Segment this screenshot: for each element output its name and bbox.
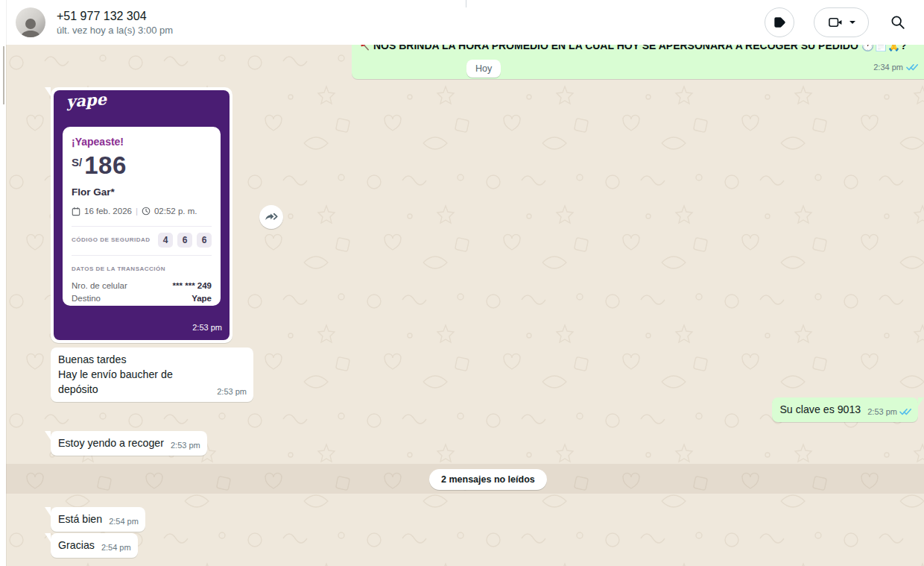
message-text: Buenas tardes Hay le envío baucher de de…	[58, 352, 210, 397]
message-text: Su clave es 9013	[779, 402, 861, 417]
announcement-meta: 2:34 pm	[359, 60, 923, 75]
header-actions	[765, 7, 908, 37]
yape-headline: ¡Yapeaste!	[72, 134, 212, 149]
clock-icon	[142, 207, 151, 216]
pushpin-icon	[359, 45, 370, 51]
video-call-icon	[827, 14, 844, 31]
chat-scroll-area[interactable]: NOS BRINDA LA HORA PROMEDIO EN LA CUAL H…	[0, 45, 924, 566]
amount-value: 186	[84, 152, 127, 179]
transaction-datetime: 16 feb. 2026 | 02:52 p. m.	[72, 204, 212, 218]
message-time: 2:53 pm	[171, 438, 200, 453]
transaction-time: 02:52 p. m.	[154, 204, 197, 218]
avatar-silhouette	[18, 16, 43, 37]
transaction-data-label: DATOS DE LA TRANSACCIÓN	[72, 262, 212, 277]
security-digit: 6	[197, 233, 212, 248]
message-time: 2:54 pm	[109, 514, 139, 529]
unread-messages-divider: 2 mensajes no leídos	[429, 469, 547, 490]
security-code-digits: 4 6 6	[158, 233, 212, 248]
row-value: *** *** 249	[173, 280, 212, 292]
announcement-text: NOS BRINDA LA HORA PROMEDIO EN LA CUAL H…	[373, 45, 858, 53]
transaction-date: 16 feb. 2026	[84, 204, 132, 218]
search-button[interactable]	[888, 13, 908, 32]
read-receipt-icon	[899, 408, 911, 416]
transaction-row: Nro. de operación 13892466	[72, 305, 212, 306]
transaction-rows: Nro. de celular *** *** 249 Destino Yape…	[72, 280, 212, 306]
label-icon	[772, 15, 787, 30]
message-time: 2:34 pm	[873, 60, 903, 75]
forward-icon	[264, 210, 279, 224]
message-yape-receipt[interactable]: yape ¡Yapeaste! S/ 186 Flor Gar*	[51, 87, 232, 343]
yape-amount-row: S/ 186	[72, 152, 212, 179]
security-digit: 6	[177, 233, 192, 248]
message-time: 2:53 pm	[867, 404, 897, 419]
message-incoming[interactable]: Gracias 2:54 pm	[51, 533, 138, 558]
forward-message-button[interactable]	[259, 205, 283, 229]
message-incoming[interactable]: Buenas tardes Hay le envío baucher de de…	[51, 348, 253, 402]
bubble-tail	[45, 507, 51, 516]
bubble-tail	[45, 431, 51, 440]
message-text: Estoy yendo a recoger	[58, 435, 164, 450]
security-code-row: CÓDIGO DE SEGURIDAD 4 6 6	[72, 233, 212, 248]
yape-receipt-card: ¡Yapeaste! S/ 186 Flor Gar* 16 feb. 2026	[63, 127, 221, 306]
last-seen-status: últ. vez hoy a la(s) 3:00 pm	[57, 24, 173, 37]
contact-name: +51 977 132 304	[57, 8, 173, 24]
contact-info[interactable]: +51 977 132 304 últ. vez hoy a la(s) 3:0…	[57, 8, 173, 37]
bubble-tail	[45, 87, 51, 96]
transaction-row: Destino Yape	[72, 292, 212, 305]
bubble-tail	[45, 533, 51, 542]
transaction-row: Nro. de celular *** *** 249	[72, 280, 212, 292]
divider	[72, 226, 212, 227]
window-top-divider	[466, 0, 466, 7]
row-label: Destino	[72, 292, 101, 305]
read-receipt-icon	[906, 63, 918, 72]
message-incoming[interactable]: Estoy yendo a recoger 2:53 pm	[51, 431, 207, 456]
row-label: Nro. de celular	[72, 280, 127, 292]
message-outgoing[interactable]: Su clave es 9013 2:53 pm	[772, 397, 918, 422]
scrollbar-thumb[interactable]	[3, 46, 4, 104]
bubble-tail	[918, 397, 924, 406]
panel-divider	[6, 0, 7, 566]
recipient-name: Flor Gar*	[72, 185, 212, 200]
video-call-button[interactable]	[814, 7, 869, 37]
announcement-text-row: NOS BRINDA LA HORA PROMEDIO EN LA CUAL H…	[359, 45, 923, 53]
security-code-label: CÓDIGO DE SEGURIDAD	[72, 233, 151, 248]
yape-receipt-image: yape ¡Yapeaste! S/ 186 Flor Gar*	[54, 90, 230, 340]
currency-symbol: S/	[72, 155, 82, 170]
message-text: Gracias	[58, 538, 95, 553]
announcement-emojis: 🕐📄🙏?	[861, 45, 907, 53]
whatsapp-window: +51 977 132 304 últ. vez hoy a la(s) 3:0…	[0, 0, 924, 566]
labels-button[interactable]	[765, 7, 794, 37]
row-label: Nro. de operación	[72, 305, 139, 306]
contact-avatar[interactable]	[16, 7, 45, 37]
message-time: 2:53 pm	[217, 384, 247, 399]
separator: |	[136, 204, 138, 218]
security-digit: 4	[158, 233, 173, 248]
message-announcement[interactable]: NOS BRINDA LA HORA PROMEDIO EN LA CUAL H…	[352, 45, 924, 79]
message-incoming[interactable]: Está bien 2:54 pm	[51, 507, 145, 532]
search-icon	[890, 14, 906, 31]
message-text: Está bien	[58, 512, 102, 526]
message-time: 2:53 pm	[192, 320, 222, 335]
message-time: 2:54 pm	[101, 540, 131, 555]
chevron-down-icon	[849, 20, 856, 25]
calendar-icon	[72, 207, 80, 216]
yape-logo: yape	[66, 92, 107, 110]
row-value: 13892466	[174, 305, 212, 306]
message-meta: 2:53 pm	[867, 404, 911, 419]
divider	[72, 255, 212, 256]
row-value: Yape	[192, 292, 212, 305]
date-chip: Hoy	[466, 60, 501, 78]
